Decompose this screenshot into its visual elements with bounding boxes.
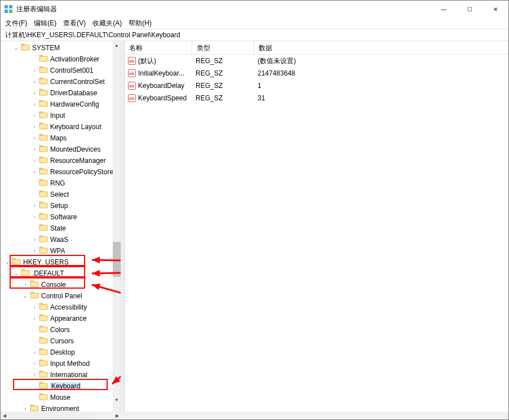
address-bar[interactable]: 计算机\HKEY_USERS\.DEFAULT\Control Panel\Ke… bbox=[1, 29, 508, 41]
expand-icon[interactable]: › bbox=[31, 169, 38, 175]
tree-item-label: Environment bbox=[41, 405, 79, 412]
tree-item-mounteddevices[interactable]: ›MountedDevices bbox=[1, 144, 121, 155]
expand-icon[interactable]: › bbox=[31, 360, 38, 367]
svg-text:ab: ab bbox=[129, 83, 134, 89]
tree-item-label: DriverDatabase bbox=[50, 89, 97, 97]
tree-hscroll[interactable]: ◀ ▶ bbox=[1, 412, 121, 419]
folder-icon bbox=[39, 337, 50, 346]
list-row[interactable]: abInitialKeyboar...REG_SZ2147483648 bbox=[125, 67, 508, 79]
tree-item-keyboard[interactable]: Keyboard bbox=[1, 381, 121, 392]
tree-item-resourcemanager[interactable]: ›ResourceManager bbox=[1, 155, 121, 166]
tree-hscroll-right[interactable]: ▶ bbox=[113, 412, 121, 419]
tree-item-appearance[interactable]: ›Appearance bbox=[1, 313, 121, 324]
expand-icon[interactable]: › bbox=[31, 112, 38, 119]
tree-item-international[interactable]: ›International bbox=[1, 369, 121, 381]
tree-item-driverdatabase[interactable]: ›DriverDatabase bbox=[1, 87, 121, 99]
folder-icon bbox=[39, 100, 50, 109]
col-header-type[interactable]: 类型 bbox=[192, 41, 254, 54]
expand-icon[interactable]: › bbox=[31, 90, 38, 96]
tree-hscroll-left[interactable]: ◀ bbox=[1, 412, 8, 419]
tree-hscroll-thumb[interactable] bbox=[8, 412, 93, 419]
menu-favorites[interactable]: 收藏夹(A) bbox=[92, 19, 122, 28]
tree-vscroll-thumb[interactable] bbox=[113, 242, 121, 277]
collapse-icon[interactable]: ⌄ bbox=[13, 270, 20, 277]
tree-item-colors[interactable]: Colors bbox=[1, 324, 121, 335]
tree-item-system[interactable]: ⌄SYSTEM bbox=[1, 42, 121, 54]
tree-item-wpa[interactable]: ›WPA bbox=[1, 245, 121, 257]
tree-item-accessibility[interactable]: ›Accessibility bbox=[1, 302, 121, 313]
tree-item-controlset001[interactable]: ›ControlSet001 bbox=[1, 65, 121, 76]
expand-icon[interactable]: › bbox=[31, 236, 38, 243]
tree-item-environment[interactable]: ›Environment bbox=[1, 403, 121, 412]
content-area: ⌄SYSTEMActivationBroker›ControlSet001›Cu… bbox=[1, 41, 508, 412]
list-row[interactable]: abKeyboardDelayREG_SZ1 bbox=[125, 79, 508, 92]
menu-edit[interactable]: 编辑(E) bbox=[34, 19, 56, 28]
col-header-name[interactable]: 名称 bbox=[125, 41, 192, 54]
tree-item-software[interactable]: ›Software bbox=[1, 211, 121, 223]
tree-vscroll-track[interactable] bbox=[113, 41, 121, 412]
tree-pane[interactable]: ⌄SYSTEMActivationBroker›ControlSet001›Cu… bbox=[1, 41, 121, 412]
tree-item-maps[interactable]: ›Maps bbox=[1, 132, 121, 144]
maximize-button[interactable]: ☐ bbox=[457, 1, 483, 17]
expand-icon[interactable]: › bbox=[31, 202, 38, 209]
expand-icon[interactable]: › bbox=[22, 281, 29, 288]
folder-icon bbox=[39, 382, 50, 391]
close-button[interactable]: ✕ bbox=[483, 1, 508, 17]
list-row[interactable]: ab(默认)REG_SZ(数值未设置) bbox=[125, 55, 508, 67]
expand-icon[interactable]: › bbox=[31, 214, 38, 220]
titlebar[interactable]: 注册表编辑器 — ☐ ✕ bbox=[1, 1, 508, 17]
tree-item-hardwareconfig[interactable]: ›HardwareConfig bbox=[1, 99, 121, 110]
tree-item-input[interactable]: ›Input bbox=[1, 110, 121, 121]
collapse-icon[interactable]: ⌄ bbox=[4, 259, 11, 266]
expand-icon[interactable]: › bbox=[31, 157, 38, 164]
expand-icon[interactable]: › bbox=[31, 67, 38, 74]
expand-icon[interactable]: › bbox=[31, 304, 38, 311]
col-header-data[interactable]: 数据 bbox=[254, 41, 508, 54]
expand-icon[interactable]: › bbox=[31, 101, 38, 108]
tree-item-console[interactable]: ›Console bbox=[1, 279, 121, 290]
tree-item--default[interactable]: ⌄.DEFAULT bbox=[1, 268, 121, 279]
tree-item-mouse[interactable]: Mouse bbox=[1, 392, 121, 403]
tree-item-desktop[interactable]: ›Desktop bbox=[1, 347, 121, 358]
menu-view[interactable]: 查看(V) bbox=[63, 19, 86, 28]
tree-item-input-method[interactable]: ›Input Method bbox=[1, 358, 121, 369]
expand-icon[interactable]: › bbox=[31, 247, 38, 254]
tree-item-cursors[interactable]: Cursors bbox=[1, 335, 121, 347]
tree-item-hkey-users[interactable]: ⌄HKEY_USERS bbox=[1, 257, 121, 268]
tree-item-waas[interactable]: ›WaaS bbox=[1, 234, 121, 245]
expand-icon[interactable]: › bbox=[31, 349, 38, 356]
collapse-icon[interactable]: ⌄ bbox=[22, 293, 29, 299]
tree-item-rng[interactable]: RNG bbox=[1, 178, 121, 189]
expand-icon[interactable]: › bbox=[31, 123, 38, 130]
svg-rect-17 bbox=[39, 192, 47, 197]
expand-icon[interactable]: › bbox=[31, 372, 38, 378]
tree-vscroll-up[interactable]: ▲ bbox=[113, 41, 121, 49]
tree-item-activationbroker[interactable]: ActivationBroker bbox=[1, 54, 121, 65]
menu-help[interactable]: 帮助(H) bbox=[129, 19, 152, 28]
expand-icon[interactable]: › bbox=[22, 405, 29, 412]
expand-icon[interactable]: › bbox=[31, 315, 38, 322]
expand-icon[interactable]: › bbox=[31, 78, 38, 85]
folder-icon bbox=[21, 43, 32, 53]
tree-vscroll-down[interactable]: ▼ bbox=[113, 396, 121, 404]
expand-icon[interactable]: › bbox=[31, 146, 38, 153]
list-row[interactable]: abKeyboardSpeedREG_SZ31 bbox=[125, 92, 508, 104]
svg-text:ab: ab bbox=[129, 71, 134, 76]
folder-icon bbox=[39, 145, 50, 154]
list-hscroll[interactable] bbox=[121, 412, 508, 419]
menu-file[interactable]: 文件(F) bbox=[5, 19, 27, 28]
minimize-button[interactable]: — bbox=[431, 1, 457, 17]
value-type-cell: REG_SZ bbox=[192, 94, 254, 102]
tree-item-currentcontrolset[interactable]: ›CurrentControlSet bbox=[1, 76, 121, 87]
tree-item-select[interactable]: Select bbox=[1, 189, 121, 200]
tree-item-setup[interactable]: ›Setup bbox=[1, 200, 121, 211]
collapse-icon[interactable]: ⌄ bbox=[13, 45, 20, 51]
tree-item-state[interactable]: State bbox=[1, 223, 121, 234]
tree-item-keyboard-layout[interactable]: ›Keyboard Layout bbox=[1, 121, 121, 132]
svg-rect-30 bbox=[39, 338, 47, 343]
expand-icon[interactable]: › bbox=[31, 135, 38, 142]
tree-item-label: ResourcePolicyStore bbox=[50, 168, 113, 176]
tree-item-control-panel[interactable]: ⌄Control Panel bbox=[1, 290, 121, 302]
tree-item-resourcepolicystore[interactable]: ›ResourcePolicyStore bbox=[1, 166, 121, 178]
twisty-empty bbox=[31, 180, 38, 187]
